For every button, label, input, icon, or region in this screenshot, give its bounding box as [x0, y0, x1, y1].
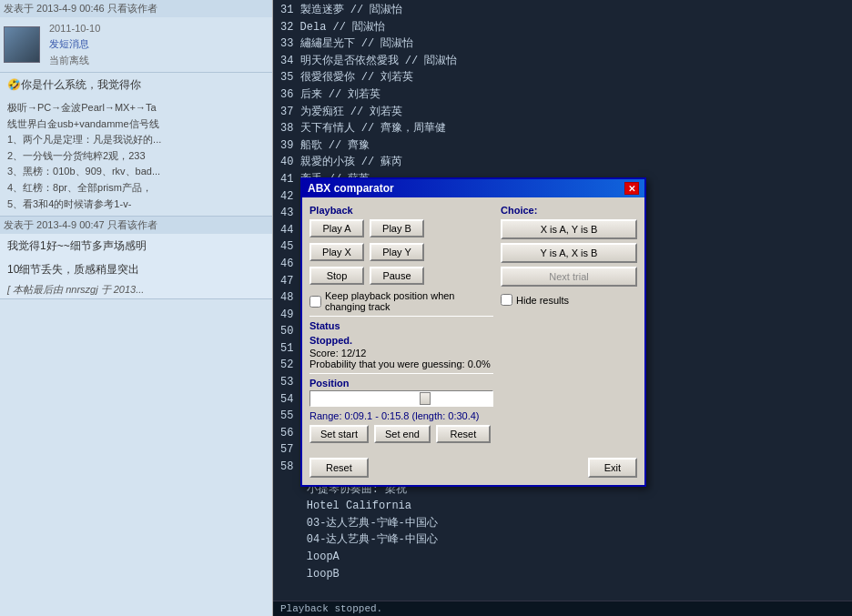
- list-item: loopA: [280, 549, 845, 566]
- avatar: [4, 26, 40, 63]
- play-y-button[interactable]: Play Y: [370, 243, 424, 261]
- dialog-columns: Playback Play A Play B Play X Play Y Sto…: [309, 205, 637, 447]
- set-end-button[interactable]: Set end: [374, 425, 431, 443]
- sig-item1: 1、两个凡是定理：凡是我说好的...: [7, 132, 265, 148]
- post2-content: 我觉得1好~~细节多声场感明 10细节丢失，质感稍显突出: [0, 234, 272, 281]
- list-item: 36 后来 // 刘若英: [280, 86, 845, 104]
- keep-position-row: Keep playback position when changing tra…: [309, 290, 493, 312]
- user-info: 2011-10-10 发短消息 当前离线: [46, 21, 269, 68]
- sig-line2: 线世界白金usb+vandamme信号线: [7, 116, 265, 133]
- list-item: 40 親愛的小孩 // 蘇芮: [280, 154, 845, 171]
- sig-item5: 5、看3和4的时候请参考1-v-: [7, 197, 265, 213]
- hide-results-label: Hide results: [516, 295, 569, 306]
- position-section: Position Range: 0:09.1 - 0:15.8 (length:…: [309, 378, 493, 443]
- status-value: Stopped.: [309, 335, 493, 346]
- user-status: 当前离线: [46, 53, 269, 68]
- play-a-button[interactable]: Play A: [309, 219, 364, 237]
- list-item: 33 繡繡星光下 // 閻淑怡: [280, 35, 845, 53]
- post2-section: 发表于 2013-4-9 00:47 只看该作者 我觉得1好~~细节多声场感明 …: [0, 217, 272, 299]
- list-item: 37 为爱痴狂 // 刘若英: [280, 104, 845, 121]
- list-item: Hotel California: [280, 498, 845, 515]
- dialog-footer: Reset Exit: [302, 454, 644, 485]
- next-trial-button[interactable]: Next trial: [501, 267, 637, 287]
- list-item: 34 明天你是否依然愛我 // 閻淑怡: [280, 53, 845, 70]
- position-slider[interactable]: [309, 390, 493, 407]
- list-item: 38 天下有情人 // 齊豫，周華健: [280, 120, 845, 137]
- dialog-close-button[interactable]: ✕: [624, 182, 639, 195]
- dialog-body: Playback Play A Play B Play X Play Y Sto…: [302, 197, 644, 454]
- post2-footer: [ 本帖最后由 nnrszgj 于 2013...: [0, 281, 272, 298]
- user-date: 2011-10-10: [46, 21, 269, 35]
- range-text: Range: 0:09.1 - 0:15.8 (length: 0:30.4): [309, 410, 493, 421]
- keep-position-label: Keep playback position when changing tra…: [325, 290, 493, 312]
- stop-button[interactable]: Stop: [309, 267, 364, 285]
- status-section: Status Stopped. Score: 12/12 Probability…: [309, 320, 493, 369]
- probability-text: Probability that you were guessing: 0.0%: [309, 358, 493, 369]
- list-item: loopB: [280, 566, 845, 583]
- reset-position-button[interactable]: Reset: [436, 425, 491, 443]
- post1-user-section: 2011-10-10 发短消息 当前离线: [0, 17, 272, 73]
- y-is-a-button[interactable]: Y is A, X is B: [501, 243, 637, 263]
- avatar-image: [5, 26, 39, 63]
- position-label: Position: [309, 378, 493, 389]
- main-container: 发表于 2013-4-9 00:46 只看该作者 2011-10-10 发短消息…: [0, 0, 852, 616]
- play-b-button[interactable]: Play B: [370, 219, 424, 237]
- separator2: [309, 373, 493, 374]
- dialog-right-column: Choice: X is A, Y is B Y is A, X is B Ne…: [501, 205, 637, 447]
- play-xy-row: Play X Play Y: [309, 243, 493, 261]
- post1-header: 发表于 2013-4-9 00:46 只看该作者: [0, 0, 272, 17]
- x-is-a-button[interactable]: X is A, Y is B: [501, 219, 637, 239]
- hide-results-checkbox[interactable]: [501, 294, 512, 306]
- dialog-left-column: Playback Play A Play B Play X Play Y Sto…: [309, 205, 493, 447]
- play-x-button[interactable]: Play X: [309, 243, 364, 261]
- keep-position-checkbox[interactable]: [309, 296, 321, 308]
- abx-dialog: ABX comparator ✕ Playback Play A Play B …: [300, 177, 646, 487]
- score-text: Score: 12/12: [309, 348, 493, 358]
- sig-line1: 极听→PC→金波Pearl→MX+→Ta: [7, 100, 265, 116]
- separator: [309, 316, 493, 317]
- list-item: 35 很愛很愛你 // 刘若英: [280, 69, 845, 86]
- playback-label: Playback: [309, 205, 493, 216]
- footer-reset-button[interactable]: Reset: [309, 458, 369, 478]
- list-item: 39 船歌 // 齊豫: [280, 137, 845, 155]
- status-label: Status: [309, 320, 493, 331]
- sig-item2: 2、一分钱一分货纯粹2观，233: [7, 148, 265, 165]
- post1-content: 🤣你是什么系统，我觉得你: [0, 73, 272, 96]
- pause-button[interactable]: Pause: [370, 267, 424, 285]
- set-start-button[interactable]: Set start: [309, 425, 369, 443]
- stop-pause-row: Stop Pause: [309, 267, 493, 285]
- dialog-titlebar: ABX comparator ✕: [302, 179, 644, 197]
- dialog-title: ABX comparator: [308, 182, 394, 195]
- left-panel: 发表于 2013-4-9 00:46 只看该作者 2011-10-10 发短消息…: [0, 0, 273, 616]
- hide-results-row: Hide results: [501, 294, 637, 306]
- status-bar: Playback stopped.: [273, 601, 852, 616]
- sig-item3: 3、黑榜：010b、909、rkv、bad...: [7, 164, 265, 180]
- sig-item4: 4、红榜：8pr、全部prism产品，: [7, 180, 265, 197]
- action-links: 发短消息: [46, 35, 269, 53]
- position-buttons: Set start Set end Reset: [309, 425, 493, 443]
- send-message-link[interactable]: 发短消息: [49, 37, 89, 51]
- list-item: 31 製造迷夢 // 閻淑怡: [280, 2, 845, 19]
- slider-thumb[interactable]: [420, 392, 431, 405]
- list-item: 32 Dela // 閻淑怡: [280, 19, 845, 36]
- post2-header: 发表于 2013-4-9 00:47 只看该作者: [0, 217, 272, 234]
- list-item: 03-达人艺典-宁峰-中国心: [280, 515, 845, 532]
- choice-label: Choice:: [501, 205, 637, 216]
- play-ab-row: Play A Play B: [309, 219, 493, 237]
- signature-section: 极听→PC→金波Pearl→MX+→Ta 线世界白金usb+vandamme信号…: [0, 96, 272, 217]
- footer-exit-button[interactable]: Exit: [588, 458, 637, 478]
- list-item: 04-达人艺典-宁峰-中国心: [280, 531, 845, 549]
